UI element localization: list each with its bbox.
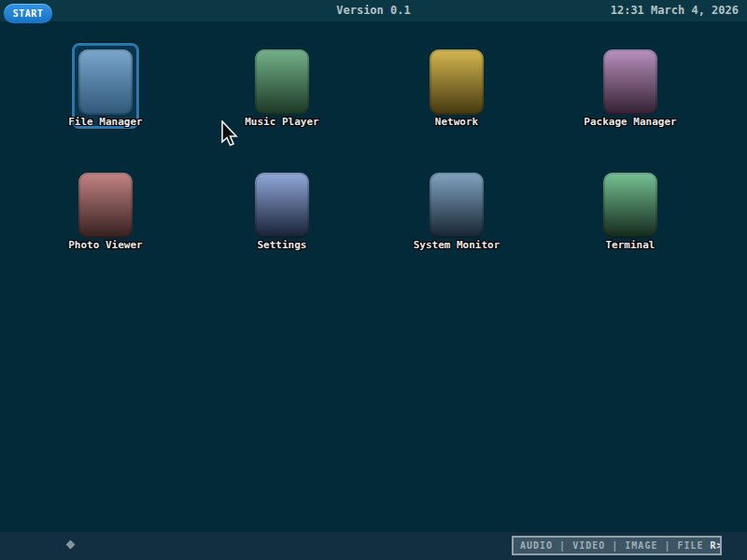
desktop-icon-system-monitor[interactable]: System Monitor [396, 164, 517, 261]
desktop-icon-settings[interactable]: Settings [221, 164, 343, 261]
icon-label: Music Player [203, 116, 361, 128]
desktop-icon-photo-viewer[interactable]: Photo Viewer [45, 164, 166, 261]
icon-label: Photo Viewer [26, 239, 185, 251]
desktop-screen: { "top_bar": { "logo": "AC", "version": … [0, 0, 747, 560]
photo-viewer-icon[interactable] [78, 173, 133, 238]
desktop-icon-music-player[interactable]: Music Player [221, 41, 343, 138]
icon-label: Package Manager [551, 116, 710, 128]
ticker-suffix: R> [711, 540, 722, 551]
icon-label: Terminal [551, 239, 710, 251]
start-button[interactable]: START [4, 4, 52, 23]
media-type-ticker[interactable]: AUDIO | VIDEO | IMAGE | FILE R> [512, 536, 722, 555]
system-monitor-icon[interactable] [430, 173, 484, 238]
icon-label: File Manager [26, 116, 185, 128]
desktop-icon-grid: File ManagerMusic PlayerNetworkPackage M… [0, 21, 747, 532]
desktop-icon-terminal[interactable]: Terminal [570, 164, 691, 261]
clock-label: 12:31 March 4, 2026 [611, 4, 739, 17]
ticker-text: AUDIO | VIDEO | IMAGE | FILE [520, 540, 704, 551]
desktop-icon-package-manager[interactable]: Package Manager [570, 41, 691, 138]
desktop-icon-file-manager[interactable]: File Manager [45, 41, 166, 138]
package-manager-icon[interactable] [603, 49, 657, 115]
icon-label: System Monitor [377, 239, 536, 251]
terminal-icon[interactable] [603, 173, 657, 238]
network-icon[interactable] [430, 49, 484, 115]
top-bar: AC Version 0.1 12:31 March 4, 2026 [0, 0, 747, 21]
music-player-icon[interactable] [255, 49, 309, 115]
icon-label: Settings [203, 239, 361, 251]
file-manager-icon[interactable] [78, 49, 133, 115]
settings-icon[interactable] [255, 173, 309, 238]
desktop-icon-network[interactable]: Network [396, 41, 517, 138]
icon-label: Network [377, 116, 536, 128]
